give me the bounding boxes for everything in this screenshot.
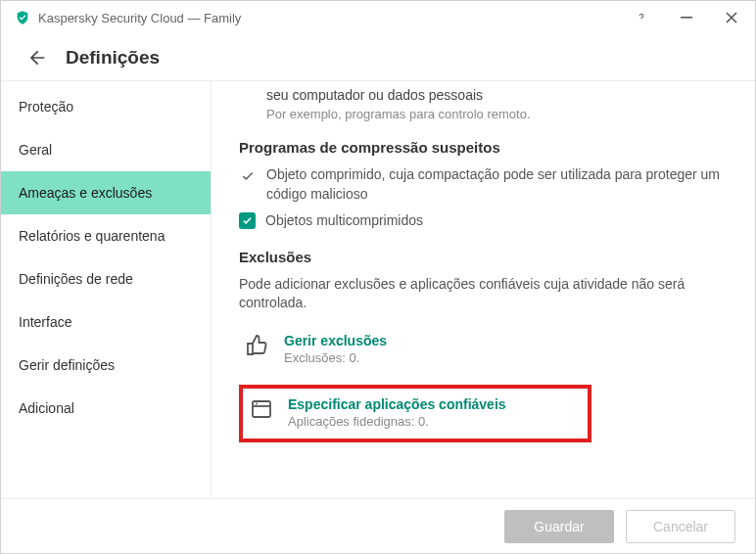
- window-title: Kaspersky Security Cloud — Family: [38, 11, 628, 25]
- sidebar-item-geral[interactable]: Geral: [1, 128, 211, 171]
- body: Proteção Geral Ameaças e exclusões Relat…: [1, 81, 755, 498]
- svg-rect-0: [681, 17, 692, 19]
- sidebar-item-protecao[interactable]: Proteção: [1, 85, 211, 128]
- manage-exclusions-count: Exclusões: 0.: [284, 350, 387, 365]
- fragment-line: seu computador ou dados pessoais: [239, 87, 728, 103]
- checkmark-icon: [239, 167, 257, 185]
- sidebar-item-rede[interactable]: Definições de rede: [1, 257, 211, 300]
- fragment-hint: Por exemplo, programas para controlo rem…: [239, 107, 728, 121]
- cancel-button[interactable]: Cancelar: [626, 510, 735, 543]
- thumbs-up-icon: [245, 333, 270, 358]
- trusted-apps-count: Aplicações fidedignas: 0.: [288, 414, 506, 429]
- compressed-object-text: Objeto comprimido, cuja compactação pode…: [266, 165, 728, 204]
- window-buttons: [628, 4, 745, 31]
- exclusions-desc: Pode adicionar exclusões e aplicações co…: [239, 275, 728, 313]
- help-button[interactable]: [628, 4, 655, 31]
- footer: Guardar Cancelar: [1, 498, 755, 553]
- content-pane: seu computador ou dados pessoais Por exe…: [212, 81, 755, 498]
- minimize-button[interactable]: [673, 4, 700, 31]
- trusted-apps-block[interactable]: Especificar aplicações confiáveis Aplica…: [239, 385, 591, 442]
- app-shield-icon: [15, 10, 30, 25]
- save-button[interactable]: Guardar: [504, 510, 614, 543]
- row-compressed-object: Objeto comprimido, cuja compactação pode…: [239, 165, 728, 204]
- svg-point-3: [256, 403, 258, 405]
- manage-exclusions-block[interactable]: Gerir exclusões Exclusões: 0.: [239, 327, 728, 373]
- svg-rect-1: [253, 401, 270, 417]
- sidebar-item-interface[interactable]: Interface: [1, 300, 211, 344]
- row-multicompressed: Objetos multicomprimidos: [239, 211, 728, 231]
- page-header: Definições: [1, 34, 755, 81]
- sidebar-item-adicional[interactable]: Adicional: [1, 387, 211, 430]
- close-button[interactable]: [718, 4, 745, 31]
- titlebar: Kaspersky Security Cloud — Family: [1, 1, 755, 34]
- multicompressed-label: Objetos multicomprimidos: [265, 211, 423, 231]
- manage-exclusions-link[interactable]: Gerir exclusões: [284, 333, 387, 348]
- section-exclusions-title: Exclusões: [239, 249, 728, 265]
- checkbox-multicompressed[interactable]: [239, 212, 256, 229]
- back-arrow-icon[interactable]: [26, 48, 46, 68]
- sidebar-item-relatorios[interactable]: Relatórios e quarentena: [1, 214, 211, 257]
- window-app-icon: [249, 396, 274, 422]
- sidebar: Proteção Geral Ameaças e exclusões Relat…: [1, 81, 212, 498]
- trusted-apps-link[interactable]: Especificar aplicações confiáveis: [288, 396, 506, 412]
- sidebar-item-ameacas[interactable]: Ameaças e exclusões: [1, 171, 211, 214]
- page-title: Definições: [66, 47, 160, 69]
- section-compression-title: Programas de compressão suspeitos: [239, 139, 728, 156]
- sidebar-item-gerir[interactable]: Gerir definições: [1, 344, 211, 387]
